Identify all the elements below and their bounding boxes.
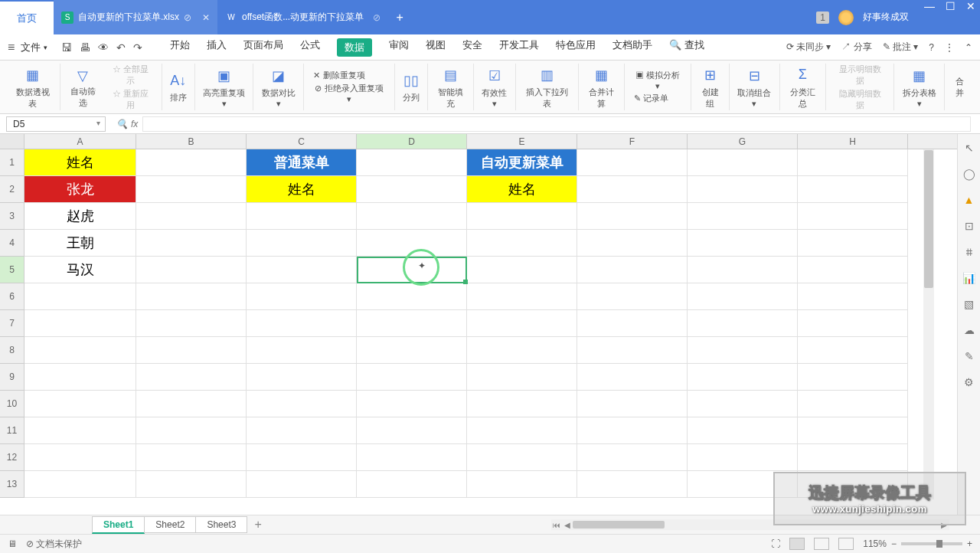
cell[interactable] <box>688 283 798 310</box>
minimize-icon[interactable]: — <box>924 0 935 34</box>
cell[interactable] <box>247 230 357 257</box>
select-tool-icon[interactable]: ↖ <box>965 142 974 154</box>
cell[interactable] <box>357 364 467 391</box>
cell[interactable] <box>136 471 247 498</box>
cell[interactable] <box>357 310 467 337</box>
share-button[interactable]: ↗ 分享 <box>841 41 871 54</box>
autofilter-button[interactable]: ▽自动筛选 <box>67 66 100 109</box>
close-window-icon[interactable]: ✕ <box>966 0 975 34</box>
cell[interactable] <box>136 444 247 471</box>
close-icon[interactable]: ✕ <box>202 12 210 23</box>
cell-a2[interactable]: 张龙 <box>24 176 136 203</box>
sync-button[interactable]: ⟳ 未同步 ▾ <box>786 41 831 54</box>
cell[interactable] <box>357 444 467 471</box>
cell[interactable] <box>577 230 688 257</box>
file-tab-2[interactable]: W offset函数...动更新的下拉菜单 ⊘ <box>217 0 388 34</box>
cell[interactable] <box>136 310 247 337</box>
reapply-button[interactable]: ☆ 重新应用 <box>109 88 152 111</box>
formula-input[interactable] <box>142 116 971 132</box>
cell[interactable] <box>24 364 136 391</box>
tab-devtools[interactable]: 开发工具 <box>499 38 539 57</box>
cell[interactable] <box>577 444 688 471</box>
subtotal-button[interactable]: Σ分类汇总 <box>780 64 826 110</box>
cell[interactable] <box>136 203 247 230</box>
cell[interactable] <box>688 257 798 283</box>
cell[interactable] <box>688 310 798 337</box>
cell[interactable] <box>798 257 908 283</box>
hide-detail-button[interactable]: 隐藏明细数据 <box>835 88 885 111</box>
cell-a3[interactable]: 赵虎 <box>24 203 136 230</box>
cell[interactable] <box>688 337 798 364</box>
cell[interactable] <box>577 471 688 498</box>
tab-start[interactable]: 开始 <box>170 38 190 57</box>
spreadsheet-grid[interactable]: A B C D E F G H 1 姓名 普通菜单 自动更新菜单 2 张龙 姓名… <box>0 134 957 515</box>
maximize-icon[interactable]: ☐ <box>946 0 956 34</box>
fx-icon[interactable]: 🔍 fx <box>116 119 138 129</box>
cell[interactable] <box>24 444 136 471</box>
cloud-tool-icon[interactable]: ☁ <box>964 324 975 336</box>
sheet-tab-3[interactable]: Sheet3 <box>195 516 247 533</box>
cell[interactable] <box>798 176 908 203</box>
row-header[interactable]: 7 <box>0 310 24 337</box>
data-compare-button[interactable]: ◪数据对比▾ <box>253 64 304 110</box>
cell[interactable] <box>467 417 577 444</box>
name-box[interactable]: D5 <box>6 116 106 132</box>
cell[interactable] <box>24 471 136 498</box>
cell[interactable] <box>798 203 908 230</box>
add-sheet-button[interactable]: + <box>247 518 269 532</box>
row-header[interactable]: 4 <box>0 230 24 257</box>
cell[interactable] <box>136 230 247 257</box>
cell-d5[interactable] <box>357 257 467 283</box>
cell[interactable] <box>688 203 798 230</box>
more-icon[interactable]: ⋮ <box>945 42 954 53</box>
cell[interactable] <box>24 391 136 417</box>
sheet-tab-2[interactable]: Sheet2 <box>144 516 196 533</box>
tab-data[interactable]: 数据 <box>337 38 372 57</box>
cell-a5[interactable]: 马汉 <box>24 257 136 283</box>
tab-features[interactable]: 特色应用 <box>556 38 596 57</box>
normal-view-icon[interactable] <box>789 538 805 550</box>
settings-tool-icon[interactable]: ⚙ <box>964 376 974 388</box>
zoom-out-icon[interactable]: − <box>891 538 897 549</box>
cell[interactable] <box>136 176 247 203</box>
tab-view[interactable]: 视图 <box>426 38 446 57</box>
cell[interactable] <box>467 337 577 364</box>
cell[interactable] <box>467 203 577 230</box>
cell[interactable] <box>467 283 577 310</box>
cell[interactable] <box>136 417 247 444</box>
cell[interactable] <box>247 337 357 364</box>
cell[interactable] <box>688 176 798 203</box>
cell[interactable] <box>247 391 357 417</box>
row-header[interactable]: 10 <box>0 391 24 417</box>
show-detail-button[interactable]: 显示明细数据 <box>835 64 885 87</box>
row-header[interactable]: 8 <box>0 337 24 364</box>
cell[interactable] <box>688 391 798 417</box>
cell[interactable] <box>357 230 467 257</box>
cell[interactable] <box>357 176 467 203</box>
reject-dup-button[interactable]: ⊘ 拒绝录入重复项▾ <box>313 83 384 104</box>
panel-tool-icon[interactable]: ▧ <box>964 298 974 310</box>
help-icon[interactable]: ? <box>929 42 934 53</box>
cell[interactable] <box>467 391 577 417</box>
row-header[interactable]: 9 <box>0 364 24 391</box>
cell[interactable] <box>577 417 688 444</box>
print-icon[interactable]: 🖶 <box>80 41 90 54</box>
cell-a1[interactable]: 姓名 <box>24 149 136 176</box>
zoom-slider[interactable] <box>901 542 962 545</box>
file-tab-1[interactable]: S 自动更新的下拉菜单.xlsx ⊘ ✕ <box>54 0 217 34</box>
protect-status[interactable]: ⊘ 文档未保护 <box>26 538 82 551</box>
cell[interactable] <box>136 364 247 391</box>
page-view-icon[interactable] <box>814 538 829 550</box>
cell[interactable] <box>357 337 467 364</box>
cell[interactable] <box>247 417 357 444</box>
cell[interactable] <box>577 391 688 417</box>
notification-badge[interactable]: 1 <box>816 11 829 24</box>
cell[interactable] <box>357 471 467 498</box>
tab-formula[interactable]: 公式 <box>300 38 320 57</box>
row-header[interactable]: 12 <box>0 444 24 471</box>
whatif-button[interactable]: ▣ 模拟分析▾ <box>634 70 682 91</box>
home-tab[interactable]: 首页 <box>0 0 54 34</box>
row-header[interactable]: 1 <box>0 149 24 176</box>
pagebreak-view-icon[interactable] <box>838 538 854 550</box>
cell[interactable] <box>688 149 798 176</box>
